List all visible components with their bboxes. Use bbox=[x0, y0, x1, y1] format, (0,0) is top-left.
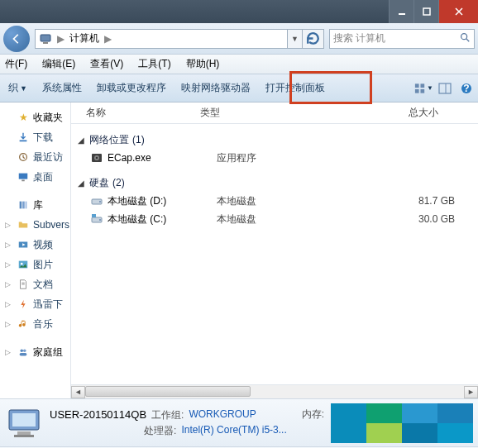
maximize-button[interactable] bbox=[413, 0, 438, 23]
details-pane: USER-20150114QB 工作组: WORKGROUP USER-2015… bbox=[0, 398, 478, 446]
scroll-left-button[interactable]: ◄ bbox=[71, 386, 85, 398]
document-icon bbox=[17, 278, 30, 291]
collapse-icon: ◢ bbox=[76, 179, 86, 188]
preview-pane-button[interactable] bbox=[435, 79, 455, 98]
group-header[interactable]: ◢ 网络位置 (1) bbox=[71, 131, 478, 149]
svg-rect-36 bbox=[92, 214, 96, 217]
sidebar-desktop[interactable]: 桌面 bbox=[0, 167, 70, 187]
list-item[interactable]: 本地磁盘 (D:) 本地磁盘 81.7 GB bbox=[71, 192, 478, 210]
column-type[interactable]: 类型 bbox=[200, 106, 356, 120]
column-name[interactable]: 名称 bbox=[71, 106, 200, 120]
drive-icon bbox=[89, 212, 104, 226]
drive-icon bbox=[89, 194, 104, 207]
svg-rect-0 bbox=[399, 13, 405, 15]
horizontal-scrollbar[interactable]: ◄ ► bbox=[71, 384, 478, 398]
help-button[interactable]: ? bbox=[456, 79, 476, 98]
cpu-value: Intel(R) Core(TM) i5-3... bbox=[181, 424, 286, 438]
download-icon bbox=[17, 131, 30, 144]
details-text: USER-20150114QB 工作组: WORKGROUP USER-2015… bbox=[50, 408, 287, 438]
sidebar-documents[interactable]: ▷文档 bbox=[0, 274, 70, 294]
group-header[interactable]: ◢ 硬盘 (2) bbox=[71, 174, 478, 192]
sidebar-libraries[interactable]: 库 bbox=[0, 195, 70, 215]
uninstall-button[interactable]: 卸载或更改程序 bbox=[90, 78, 173, 98]
svg-rect-39 bbox=[17, 431, 31, 435]
svg-point-33 bbox=[99, 201, 101, 203]
menu-help[interactable]: 帮助(H) bbox=[183, 55, 223, 73]
svg-rect-6 bbox=[415, 83, 419, 88]
svg-rect-14 bbox=[20, 141, 27, 142]
cpu-label: 处理器: bbox=[144, 424, 176, 438]
desktop-icon bbox=[17, 170, 30, 183]
star-icon: ★ bbox=[17, 111, 30, 124]
menu-bar: 件(F) 编辑(E) 查看(V) 工具(T) 帮助(H) bbox=[0, 55, 478, 74]
toolbar: 织▼ 系统属性 卸载或更改程序 映射网络驱动器 打开控制面板 ▼ ? bbox=[0, 74, 478, 102]
svg-rect-19 bbox=[22, 202, 25, 209]
svg-rect-2 bbox=[41, 35, 50, 41]
minimize-button[interactable] bbox=[389, 0, 413, 23]
sidebar-homegroup[interactable]: ▷家庭组 bbox=[0, 342, 70, 362]
breadcrumb-computer[interactable]: 计算机 bbox=[69, 31, 99, 45]
list-item[interactable]: 本地磁盘 (C:) 本地磁盘 30.0 GB bbox=[71, 210, 478, 228]
workgroup-value: WORKGROUP bbox=[189, 408, 256, 422]
search-placeholder: 搜索 计算机 bbox=[333, 31, 385, 45]
organize-button[interactable]: 织▼ bbox=[2, 78, 34, 98]
menu-tools[interactable]: 工具(T) bbox=[135, 55, 174, 73]
picture-icon bbox=[17, 258, 30, 271]
navigation-pane: ★收藏夹 下载 最近访 桌面 库 ▷Subvers ▷视频 ▷图片 ▷文档 ▷迅… bbox=[0, 102, 71, 398]
svg-point-26 bbox=[21, 350, 24, 353]
back-button[interactable] bbox=[3, 26, 30, 52]
close-button[interactable] bbox=[438, 0, 478, 23]
control-panel-button[interactable]: 打开控制面板 bbox=[259, 78, 332, 98]
map-drive-button[interactable]: 映射网络驱动器 bbox=[174, 78, 257, 98]
app-icon bbox=[89, 151, 104, 164]
search-input[interactable]: 搜索 计算机 bbox=[329, 29, 475, 49]
music-icon bbox=[17, 317, 30, 331]
scroll-right-button[interactable]: ► bbox=[464, 386, 478, 398]
column-size[interactable]: 总大小 bbox=[356, 106, 438, 120]
svg-rect-8 bbox=[415, 88, 419, 93]
sidebar-subversion[interactable]: ▷Subvers bbox=[0, 215, 70, 235]
sidebar-videos[interactable]: ▷视频 bbox=[0, 235, 70, 255]
menu-edit[interactable]: 编辑(E) bbox=[39, 55, 79, 73]
refresh-button[interactable] bbox=[303, 29, 324, 49]
svg-text:?: ? bbox=[463, 83, 469, 94]
breadcrumb-separator: ▶ bbox=[104, 33, 112, 45]
mosaic-block bbox=[331, 403, 473, 443]
svg-rect-38 bbox=[12, 413, 36, 427]
video-icon bbox=[17, 238, 30, 251]
system-properties-button[interactable]: 系统属性 bbox=[36, 78, 88, 98]
sidebar-pictures[interactable]: ▷图片 bbox=[0, 255, 70, 274]
file-list: ◢ 网络位置 (1) ECap.exe 应用程序 ◢ 硬盘 (2) 本地磁盘 (… bbox=[71, 124, 478, 384]
scroll-track[interactable] bbox=[85, 386, 464, 398]
homegroup-icon bbox=[17, 346, 30, 359]
computer-name: USER-20150114QB bbox=[50, 408, 146, 422]
workgroup-label: 工作组: bbox=[151, 408, 184, 422]
svg-point-27 bbox=[23, 350, 26, 353]
sidebar-thunder[interactable]: ▷迅雷下 bbox=[0, 294, 70, 314]
body: ★收藏夹 下载 最近访 桌面 库 ▷Subvers ▷视频 ▷图片 ▷文档 ▷迅… bbox=[0, 102, 478, 398]
sidebar-recent[interactable]: 最近访 bbox=[0, 147, 70, 167]
svg-rect-28 bbox=[20, 353, 27, 356]
scroll-thumb[interactable] bbox=[85, 386, 251, 397]
thunder-icon bbox=[17, 298, 30, 311]
svg-rect-16 bbox=[19, 174, 28, 179]
list-item[interactable]: ECap.exe 应用程序 bbox=[71, 149, 478, 167]
sidebar-downloads[interactable]: 下载 bbox=[0, 127, 70, 147]
svg-point-35 bbox=[99, 219, 101, 221]
sidebar-music[interactable]: ▷音乐 bbox=[0, 314, 70, 334]
memory-label: 内存: bbox=[302, 407, 324, 422]
svg-point-4 bbox=[461, 34, 467, 40]
computer-icon bbox=[39, 32, 52, 45]
menu-view[interactable]: 查看(V) bbox=[87, 55, 127, 73]
svg-rect-40 bbox=[14, 435, 34, 437]
file-list-pane: 名称 类型 总大小 ◢ 网络位置 (1) ECap.exe 应用程序 ◢ 硬盘 bbox=[71, 102, 478, 398]
svg-rect-18 bbox=[20, 202, 22, 209]
address-bar[interactable]: ▶ 计算机 ▶ bbox=[35, 29, 288, 49]
address-dropdown[interactable]: ▼ bbox=[288, 29, 303, 49]
view-mode-button[interactable]: ▼ bbox=[413, 79, 433, 98]
menu-file[interactable]: 件(F) bbox=[2, 55, 31, 73]
window-titlebar bbox=[0, 0, 478, 23]
svg-rect-10 bbox=[439, 83, 451, 93]
sidebar-favorites[interactable]: ★收藏夹 bbox=[0, 107, 70, 127]
svg-line-5 bbox=[466, 39, 470, 42]
